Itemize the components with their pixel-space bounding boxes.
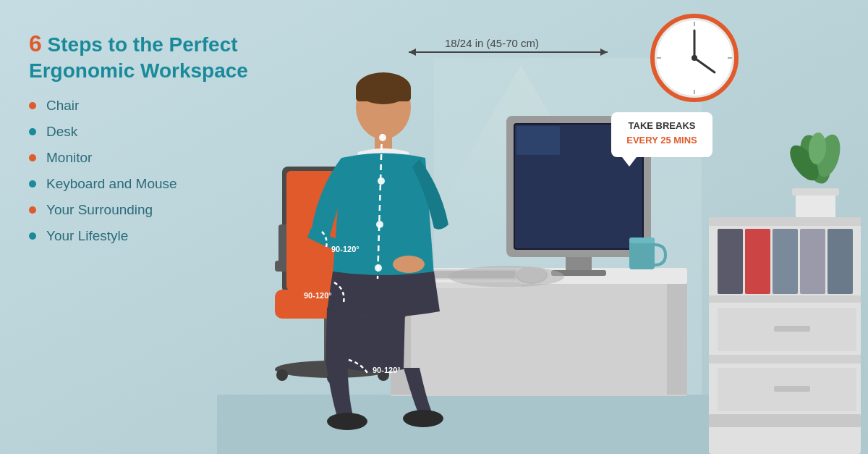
svg-text:90-120°: 90-120° (304, 291, 332, 300)
svg-point-38 (327, 413, 367, 430)
step-label: Desk (46, 124, 77, 140)
main-container: 6 Steps to the Perfect Ergonomic Workspa… (0, 0, 868, 454)
steps-list: Chair Desk Monitor Keyboard and Mouse Yo… (29, 98, 268, 244)
svg-rect-12 (566, 257, 592, 272)
svg-point-41 (379, 134, 386, 141)
bullet-icon (29, 232, 36, 240)
svg-rect-76 (773, 229, 798, 294)
title-block: 6 Steps to the Perfect Ergonomic Workspa… (29, 29, 268, 83)
step-label: Monitor (46, 150, 92, 166)
svg-point-57 (692, 55, 697, 61)
svg-rect-35 (356, 87, 411, 101)
bullet-icon (29, 206, 36, 214)
svg-rect-67 (792, 188, 839, 196)
list-item: Your Lifestyle (29, 228, 268, 244)
bullet-icon (29, 102, 36, 109)
svg-rect-73 (709, 217, 861, 226)
step-label: Chair (46, 98, 79, 114)
svg-rect-84 (774, 386, 810, 392)
list-item: Your Surrounding (29, 202, 268, 218)
svg-point-19 (448, 266, 564, 287)
step-label: Your Surrounding (46, 202, 153, 218)
svg-text:90-120°: 90-120° (331, 245, 359, 253)
svg-rect-7 (667, 284, 687, 395)
svg-rect-85 (709, 414, 861, 427)
svg-rect-75 (745, 229, 770, 294)
svg-text:TAKE BREAKS: TAKE BREAKS (629, 120, 696, 131)
svg-rect-14 (516, 126, 560, 155)
svg-rect-79 (709, 295, 861, 303)
svg-point-39 (403, 410, 443, 427)
svg-point-29 (276, 369, 288, 381)
bullet-icon (29, 180, 36, 188)
list-item: Keyboard and Mouse (29, 176, 268, 192)
svg-point-44 (375, 264, 382, 272)
title-line2: Ergonomic Workspace (29, 58, 268, 83)
svg-rect-20 (629, 239, 655, 269)
bullet-icon (29, 128, 36, 135)
svg-point-43 (376, 221, 383, 228)
svg-rect-78 (827, 229, 853, 294)
list-item: Monitor (29, 150, 268, 166)
svg-text:EVERY 25 MINS: EVERY 25 MINS (626, 135, 697, 146)
svg-rect-81 (774, 326, 810, 332)
title-line1: 6 Steps to the Perfect (29, 29, 268, 58)
left-panel: 6 Steps to the Perfect Ergonomic Workspa… (29, 29, 268, 254)
svg-rect-74 (718, 229, 743, 294)
svg-text:18/24 in (45-70 cm): 18/24 in (45-70 cm) (445, 37, 539, 49)
step-label: Your Lifestyle (46, 228, 128, 244)
svg-rect-77 (800, 229, 825, 294)
svg-text:90-120°: 90-120° (373, 366, 401, 374)
title-number: 6 (29, 30, 42, 56)
svg-point-42 (378, 177, 385, 185)
svg-rect-21 (629, 237, 655, 243)
bullet-icon (29, 154, 36, 161)
list-item: Desk (29, 124, 268, 140)
list-item: Chair (29, 98, 268, 114)
step-label: Keyboard and Mouse (46, 176, 177, 192)
svg-rect-82 (709, 355, 861, 363)
svg-point-37 (393, 256, 425, 273)
